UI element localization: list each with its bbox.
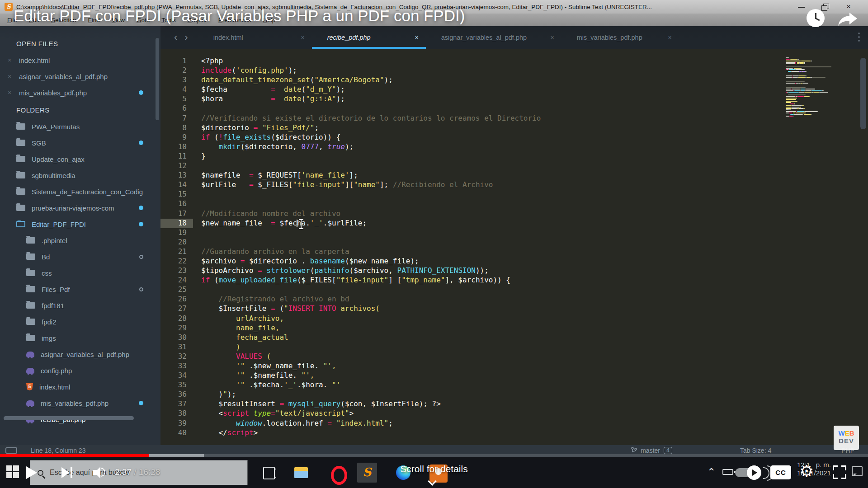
sidebar-folder-item[interactable]: sgbmultimedia bbox=[0, 167, 160, 183]
sidebar-folder-item[interactable]: Bd bbox=[0, 249, 160, 265]
sidebar-file-item[interactable]: index.html bbox=[0, 379, 160, 395]
duration: 16:28 bbox=[139, 467, 160, 477]
close-file-icon[interactable]: × bbox=[6, 73, 13, 80]
folder-icon bbox=[26, 270, 35, 276]
sidebar-file-item[interactable]: asignar_variables_al_pdf.php bbox=[0, 346, 160, 362]
code-line: include('config.php'); bbox=[201, 66, 782, 75]
folder-icon bbox=[26, 319, 35, 325]
tab-recibe_pdf.php[interactable]: recibe_pdf.php× bbox=[312, 26, 426, 49]
line-number: 30 bbox=[160, 333, 193, 343]
line-number: 14 bbox=[160, 180, 193, 190]
sidebar-folder-item[interactable]: Sistema_de_Facturacion_con_Codigo_Q bbox=[0, 183, 160, 200]
sidebar-folder-item[interactable]: .phpintel bbox=[0, 232, 160, 249]
tree-item-label: mis_variables_pdf.php bbox=[41, 399, 132, 407]
restore-icon[interactable] bbox=[820, 3, 830, 11]
folder-icon bbox=[16, 188, 25, 195]
video-title[interactable]: Editar PDF con FPDI (Pasar Variables PHP… bbox=[14, 7, 465, 25]
line-number: 4 bbox=[160, 85, 193, 94]
sidebar-folder-item[interactable]: PWA_Permutas bbox=[0, 118, 160, 135]
sublime-taskbar-icon[interactable]: S bbox=[357, 463, 377, 483]
fullscreen-icon[interactable] bbox=[833, 465, 846, 479]
sidebar-folder-item[interactable]: Update_con_ajax bbox=[0, 151, 160, 167]
battery-icon[interactable] bbox=[722, 469, 733, 475]
tab-nav-back-icon[interactable]: ‹ bbox=[174, 32, 177, 43]
git-branch-icon bbox=[631, 447, 637, 454]
open-file-item[interactable]: ×mis_variables_pdf.php bbox=[0, 84, 160, 101]
folder-icon bbox=[16, 156, 25, 162]
next-button[interactable] bbox=[61, 467, 75, 478]
sidebar-folder-item[interactable]: imgs bbox=[0, 330, 160, 346]
modified-dot bbox=[139, 222, 143, 226]
code-line: $hora = date("g:i:A"); bbox=[201, 94, 782, 104]
close-file-icon[interactable]: × bbox=[6, 89, 13, 96]
sidebar-folder-item[interactable]: Editar_PDF_FPDI bbox=[0, 216, 160, 232]
sidebar-folder-item[interactable]: SGB bbox=[0, 135, 160, 151]
tray-expand-icon[interactable]: ^ bbox=[708, 466, 715, 476]
open-file-item[interactable]: ×asignar_variables_al_pdf.php bbox=[0, 68, 160, 84]
close-file-icon[interactable]: × bbox=[6, 56, 13, 64]
sidebar-folder-item[interactable]: fpdi2 bbox=[0, 314, 160, 330]
code-line bbox=[201, 285, 782, 295]
sidebar-file-item[interactable]: config.php bbox=[0, 362, 160, 379]
watermark-dev: DEV bbox=[834, 437, 859, 445]
open-file-item[interactable]: ×index.html bbox=[0, 52, 160, 68]
panel-toggle-icon[interactable] bbox=[5, 447, 17, 454]
tab-close-icon[interactable]: × bbox=[550, 34, 554, 41]
folder-icon bbox=[26, 253, 35, 260]
code-line: $new_name_file = $fecha.'_'.$urlFile; bbox=[201, 219, 782, 228]
tab-mis_variables_pdf.php[interactable]: mis_variables_pdf.php× bbox=[561, 26, 679, 49]
sidebar-scrollbar-vertical[interactable] bbox=[156, 38, 159, 120]
action-center-icon[interactable] bbox=[852, 466, 863, 476]
sidebar-folder-item[interactable]: prueba-urian-viajemos-com bbox=[0, 200, 160, 216]
volume-icon[interactable] bbox=[93, 466, 108, 478]
code-line: //Registrando el archivo en bd bbox=[201, 295, 782, 304]
task-view-icon[interactable] bbox=[261, 465, 278, 481]
captions-button[interactable]: CC bbox=[770, 465, 791, 479]
tab-size-indicator[interactable]: Tab Size: 4 bbox=[740, 447, 771, 454]
sidebar-scrollbar-horizontal[interactable] bbox=[4, 416, 134, 420]
line-number: 28 bbox=[160, 314, 193, 324]
line-number: 24 bbox=[160, 276, 193, 285]
tab-close-icon[interactable]: × bbox=[668, 34, 671, 41]
git-branch-status[interactable]: master 4 bbox=[631, 447, 672, 454]
edge-icon[interactable] bbox=[395, 465, 411, 481]
tree-item-label: Files_Pdf bbox=[42, 286, 133, 293]
settings-gear-icon[interactable]: ⚙ bbox=[799, 462, 814, 480]
tab-index.html[interactable]: index.html× bbox=[198, 26, 312, 49]
play-button[interactable] bbox=[26, 466, 37, 479]
start-button[interactable] bbox=[6, 465, 20, 479]
line-number: 25 bbox=[160, 285, 193, 295]
opera-icon[interactable] bbox=[329, 465, 345, 481]
search-icon bbox=[38, 470, 43, 476]
share-icon[interactable] bbox=[837, 10, 858, 27]
sublime-icon: S bbox=[5, 3, 13, 11]
autoplay-toggle[interactable] bbox=[735, 468, 761, 477]
sidebar-folder-item[interactable]: fpdf181 bbox=[0, 297, 160, 314]
sidebar-folder-item[interactable]: Files_Pdf bbox=[0, 281, 160, 297]
modified-dot bbox=[139, 90, 143, 95]
line-number: 31 bbox=[160, 343, 193, 352]
folder-icon bbox=[16, 205, 25, 211]
code-editor[interactable]: 1234567891011121314151617181920212223242… bbox=[160, 49, 782, 445]
file-explorer-icon[interactable] bbox=[293, 465, 309, 481]
tab-asignar_variables_al_pdf.php[interactable]: asignar_variables_al_pdf.php× bbox=[426, 26, 561, 49]
php-file-icon bbox=[26, 400, 34, 406]
code-line: //Modificando nombre del archivo bbox=[201, 209, 782, 219]
watch-later-icon[interactable] bbox=[807, 9, 825, 27]
tab-nav-forward-icon[interactable]: › bbox=[184, 32, 188, 43]
line-number: 8 bbox=[160, 123, 193, 133]
editor-scrollbar[interactable] bbox=[860, 58, 866, 129]
tab-overflow-icon[interactable] bbox=[858, 33, 860, 43]
tab-close-icon[interactable]: × bbox=[301, 34, 304, 41]
folders-header: FOLDERS bbox=[16, 106, 160, 114]
minimize-icon[interactable] bbox=[797, 3, 807, 11]
sidebar-file-item[interactable]: mis_variables_pdf.php bbox=[0, 395, 160, 411]
tab-close-icon[interactable]: × bbox=[415, 34, 418, 41]
minimap[interactable] bbox=[786, 57, 839, 117]
sidebar[interactable]: OPEN FILES ×index.html×asignar_variables… bbox=[0, 26, 160, 445]
open-files-header: OPEN FILES bbox=[16, 40, 160, 47]
sidebar-folder-item[interactable]: css bbox=[0, 265, 160, 281]
line-number: 12 bbox=[160, 161, 193, 171]
video-progress-bar[interactable] bbox=[0, 454, 868, 457]
code-area[interactable]: <?phpinclude('config.php');date_default_… bbox=[201, 56, 782, 438]
